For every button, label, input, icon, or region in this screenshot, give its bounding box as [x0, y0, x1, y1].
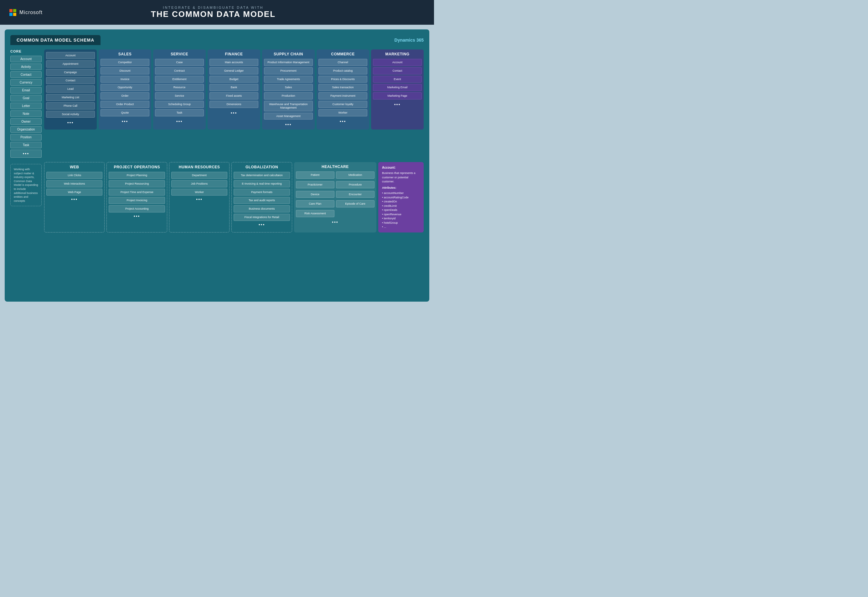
list-item: Trade Agreements [264, 76, 313, 83]
list-item: Project Resourcing [109, 180, 165, 187]
module-header-web: WEB [46, 165, 103, 169]
module-header-hr: HUMAN RESOURCES [171, 165, 227, 169]
list-item: Discount [101, 67, 149, 74]
expanding-text-area: Working with subject matter & industry e… [10, 162, 42, 206]
list-item: Payment instrument [319, 92, 367, 100]
supply-chain-column: SUPPLY CHAIN Product Information Managem… [262, 49, 315, 129]
list-item: Production [264, 92, 313, 100]
list-item: Letter [10, 102, 42, 109]
more-items: ••• [171, 197, 227, 202]
list-item: Marketing Page [373, 92, 422, 100]
list-item: Patient [296, 171, 334, 179]
list-item: Contact [10, 71, 42, 78]
list-item: Marketing Email [373, 84, 422, 91]
globalization-column: GLOBALIZATION Tax determination and calc… [231, 162, 292, 233]
module-header-project-ops: PROJECT OPERATIONS [109, 165, 165, 169]
list-item: accountRatingCode [382, 196, 420, 200]
list-item: openDeals [382, 208, 420, 212]
list-item: Practicioner [296, 181, 334, 189]
list-item: Account [373, 59, 422, 66]
list-item: Bank [210, 84, 258, 91]
list-item: Scheduling Group [155, 101, 204, 108]
list-item: Link Clicks [46, 172, 103, 179]
list-item: territoryid [382, 217, 420, 221]
list-item: Customer loyalty [319, 101, 367, 108]
service-column: SERVICE Case Contract Entitlement Resour… [153, 49, 206, 129]
more-items: ••• [101, 119, 149, 124]
list-item: Warehouse and Transportation Management [264, 101, 313, 111]
more-items: ••• [296, 220, 375, 225]
module-header-commerce: COMMERCE [319, 52, 367, 56]
account-info-attributes-label: Attributes: [382, 186, 420, 190]
account-info-title: Account: [382, 165, 420, 170]
list-item: Service [155, 92, 204, 100]
list-item: Opportunity [101, 84, 149, 91]
list-item: Lead [46, 85, 95, 93]
list-item: Quote [101, 109, 149, 116]
list-item: Product Information Management [264, 59, 313, 66]
list-item: hotelGroup [382, 221, 420, 225]
commerce-column: COMMERCE Channel Product catalog Prices … [317, 49, 369, 129]
list-item: Department [171, 172, 227, 179]
more-items: ••• [373, 102, 422, 107]
list-item: Note [10, 110, 42, 117]
header-subtitle: INTEGRATE & DISAMBIGUATE DATA WITH [49, 6, 378, 9]
list-item: Email [10, 87, 42, 94]
list-item: Project Accounting [109, 205, 165, 212]
more-items: ••• [46, 120, 95, 125]
microsoft-logo-icon [9, 9, 16, 16]
module-header-sales: SALES [101, 52, 149, 56]
module-header-finance: FINANCE [210, 52, 258, 56]
list-item: Task [10, 142, 42, 148]
list-item: Budget [210, 76, 258, 83]
common-column: Account Appointment Campaign Contact Lea… [44, 49, 97, 129]
list-item: Asset Management [264, 113, 313, 120]
list-item: Risk Assessment [296, 210, 334, 217]
list-item: Episode of Care [336, 200, 375, 208]
marketing-column: MARKETING Account Contact Event Marketin… [371, 49, 424, 129]
core-column: CORE Account Activity Contact Currency E… [10, 49, 42, 159]
schema-header: COMMON DATA MODEL SCHEMA Dynamics 365 [10, 35, 424, 45]
list-item: Organization [10, 126, 42, 133]
list-item: Entitlement [155, 76, 204, 83]
list-item: Tax and audit reports [234, 197, 290, 204]
list-item: Dimensions [210, 101, 258, 108]
healthcare-column: HEALTHCARE Patient Practicioner Device C… [294, 162, 377, 233]
main-container: COMMON DATA MODEL SCHEMA Dynamics 365 CO… [5, 30, 429, 301]
list-item: Order Product [101, 101, 149, 108]
list-item: General Ledger [210, 67, 258, 74]
list-item: Medication [336, 171, 375, 179]
core-items: Account Activity Contact Currency Email … [10, 56, 42, 158]
list-item: creditLimit [382, 204, 420, 208]
more-items: ••• [210, 110, 258, 116]
list-item: Encounter [336, 191, 375, 198]
list-item: Phone Call [46, 102, 95, 110]
more-items: ••• [10, 150, 42, 158]
module-header-healthcare: HEALTHCARE [296, 165, 375, 169]
bottom-row: Working with subject matter & industry e… [10, 162, 424, 233]
more-items: ••• [319, 119, 367, 124]
list-item: Worker [319, 109, 367, 116]
list-item: Procurement [264, 67, 313, 74]
expanding-text: Working with subject matter & industry e… [10, 164, 42, 206]
list-item: Event [373, 76, 422, 83]
list-item: Payment formats [234, 189, 290, 196]
bottom-modules-grid: WEB Link Clicks Web Interactions Web Pag… [44, 162, 424, 233]
human-resources-column: HUMAN RESOURCES Department Job Positions… [169, 162, 229, 233]
list-item: Channel [319, 59, 367, 66]
list-item: Project Planning [109, 172, 165, 179]
list-item: Resource [155, 84, 204, 91]
healthcare-inner: Patient Practicioner Device Care Plan Ri… [296, 171, 375, 218]
list-item: Order [101, 92, 149, 100]
web-column: WEB Link Clicks Web Interactions Web Pag… [44, 162, 104, 233]
finance-column: FINANCE Main accounts General Ledger Bud… [208, 49, 260, 129]
list-item: Currency [10, 79, 42, 86]
list-item: Social Activity [46, 111, 95, 118]
list-item: accountNumber [382, 191, 420, 196]
top-row: CORE Account Activity Contact Currency E… [10, 49, 424, 159]
list-item: Marketing List [46, 94, 95, 101]
list-item: Position [10, 134, 42, 141]
list-item: Project Time and Expense [109, 189, 165, 196]
list-item: Appointment [46, 60, 95, 68]
list-item: Contact [373, 67, 422, 74]
